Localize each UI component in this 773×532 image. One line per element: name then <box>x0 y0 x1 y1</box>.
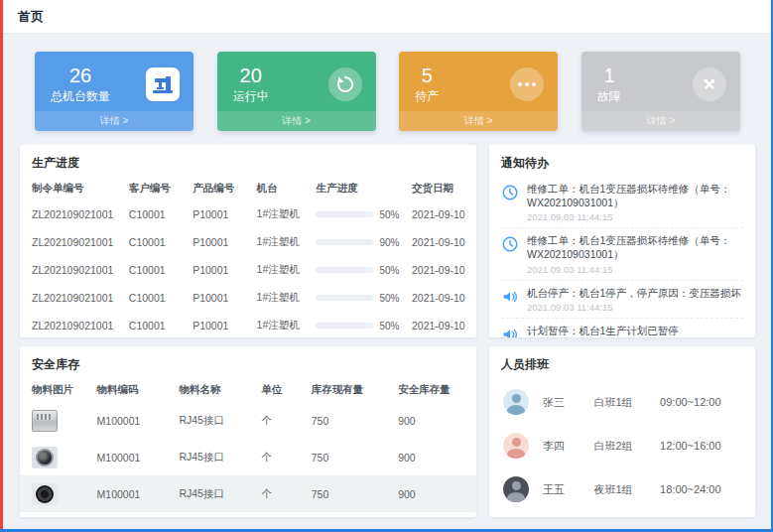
list-item: 李四 白班2组 12:00~16:00 <box>503 424 741 467</box>
table-row: M100001 RJ45接口 个 750 900 <box>20 439 476 475</box>
table-row: M100001 RJ45接口 个 750 900 <box>20 475 476 512</box>
staff-schedule-panel: 人员排班 张三 白班1组 09:00~12:00 李四 白班2组 12:00~1… <box>489 346 755 517</box>
progress-cell: 50% <box>312 312 408 337</box>
product-no-cell: P10001 <box>189 228 252 256</box>
main-grid: 生产进度 制令单编号 客户编号 产品编号 机台 生产进度 交货日期 <box>20 145 755 517</box>
delivery-date-cell: 2021-09-10 <box>408 312 476 337</box>
col-unit: 单位 <box>257 378 308 402</box>
notice-item-repair-1[interactable]: 维修工单：机台1变压器损坏待维修（单号：WX202109031001） 2021… <box>501 177 743 228</box>
rj45-connector-photo <box>32 410 58 432</box>
col-safety-stock: 安全库存量 <box>394 378 476 402</box>
customer-no-cell: C10001 <box>125 200 189 228</box>
notice-text: 维修工单：机台1变压器损坏待维修（单号：WX202109031001） <box>527 183 743 209</box>
progress-cell: 50% <box>312 284 408 312</box>
table-row: ZL202109021001 C10001 P10001 1#注塑机 50% 2… <box>20 284 476 312</box>
fault-detail-link[interactable]: 详情 > <box>581 111 740 131</box>
unit-cell: 个 <box>257 402 308 439</box>
notice-text: 机台停产：机台1停产，停产原因：变压器损坏 <box>527 287 741 301</box>
safety-stock-cell: 900 <box>394 475 476 512</box>
announcement-speaker-icon <box>501 326 519 337</box>
running-value: 20 <box>233 65 269 86</box>
stat-card-body: 5 待产 <box>399 52 558 111</box>
material-code-cell: M100001 <box>93 475 176 512</box>
notice-panel-title: 通知待办 <box>489 145 755 177</box>
safety-stock-cell: 900 <box>394 402 476 439</box>
notice-timestamp: 2021.09.03 11:44:15 <box>527 264 743 275</box>
staff-shift: 白班2组 <box>593 439 660 454</box>
machine-cell: 1#注塑机 <box>253 312 313 337</box>
col-order-no: 制令单编号 <box>20 177 125 200</box>
fault-value: 1 <box>597 65 621 86</box>
order-no-cell: ZL202109021001 <box>20 312 125 337</box>
delivery-date-cell: 2021-09-10 <box>408 256 476 284</box>
col-material-code: 物料编码 <box>93 378 176 402</box>
ellipsis-icon <box>510 67 544 101</box>
unit-cell: 个 <box>257 475 308 512</box>
col-current-stock: 库存现有量 <box>308 378 394 402</box>
table-row: M100001 RJ45接口 个 750 900 <box>20 402 476 439</box>
notice-item-machine-stop[interactable]: 机台停产：机台1停产，停产原因：变压器损坏 2021.09.03 11:44:1… <box>501 281 743 320</box>
total-machines-detail-link[interactable]: 详情 > <box>35 111 193 131</box>
notice-text: 维修工单：机台1变压器损坏待维修（单号：WX202109031001） <box>527 234 743 261</box>
progress-label: 50% <box>379 293 399 304</box>
round-connector-photo <box>32 447 58 468</box>
stat-card-waiting[interactable]: 5 待产 详情 > <box>399 52 558 131</box>
staff-shift: 夜班1组 <box>593 482 660 497</box>
unit-cell: 个 <box>257 439 308 475</box>
stat-card-fault[interactable]: 1 故障 详情 > <box>581 52 740 131</box>
avatar <box>503 433 529 459</box>
waiting-detail-link[interactable]: 详情 > <box>399 111 558 131</box>
col-product-no: 产品编号 <box>189 177 252 200</box>
product-no-cell: P10001 <box>189 284 252 312</box>
work-order-clock-icon <box>501 235 519 253</box>
production-header-row: 制令单编号 客户编号 产品编号 机台 生产进度 交货日期 <box>20 177 476 200</box>
running-label: 运行中 <box>233 88 269 105</box>
progress-bar <box>316 323 373 329</box>
notice-item-repair-2[interactable]: 维修工单：机台1变压器损坏待维修（单号：WX202109031001） 2021… <box>501 228 743 280</box>
notice-body: 计划暂停：机台1生产计划已暂停 2021.09.03 11:44:15 <box>527 325 679 337</box>
machine-cell: 1#注塑机 <box>253 200 313 228</box>
progress-cell: 50% <box>312 200 408 228</box>
running-detail-link[interactable]: 详情 > <box>217 111 376 131</box>
dashboard-content: 26 总机台数量 详情 > 20 运行中 <box>0 34 773 517</box>
progress-label: 50% <box>379 209 399 220</box>
stat-card-body: 26 总机台数量 <box>35 52 193 111</box>
progress-label: 50% <box>379 321 399 332</box>
staff-time: 09:00~12:00 <box>660 396 741 408</box>
production-panel-title: 生产进度 <box>20 145 476 177</box>
stock-table: 物料图片 物料编码 物料名称 单位 库存现有量 安全库存量 M100001 R <box>20 378 476 512</box>
stat-card-text: 5 待产 <box>415 65 439 105</box>
delivery-date-cell: 2021-09-10 <box>408 228 476 256</box>
stat-card-body: 20 运行中 <box>217 52 376 111</box>
notice-panel: 通知待办 维修工单：机台1变压器损坏待维修（单号：WX202109031001）… <box>489 145 755 337</box>
col-customer-no: 客户编号 <box>125 177 189 200</box>
staff-panel-title: 人员排班 <box>489 346 755 378</box>
material-code-cell: M100001 <box>93 402 176 439</box>
machine-cell: 1#注塑机 <box>253 228 313 256</box>
product-no-cell: P10001 <box>189 256 252 284</box>
material-image-cell <box>20 439 93 475</box>
current-stock-cell: 750 <box>308 439 394 475</box>
staff-name: 李四 <box>543 439 593 454</box>
total-machines-value: 26 <box>51 65 110 86</box>
production-table: 制令单编号 客户编号 产品编号 机台 生产进度 交货日期 ZL202109021… <box>20 177 476 337</box>
stat-card-running[interactable]: 20 运行中 详情 > <box>217 52 376 131</box>
stat-card-text: 26 总机台数量 <box>51 65 110 105</box>
staff-name: 王五 <box>543 482 593 497</box>
announcement-speaker-icon <box>501 288 519 306</box>
page-title: 首页 <box>18 8 44 26</box>
progress-cell: 90% <box>312 228 408 256</box>
col-material-name: 物料名称 <box>175 378 257 402</box>
staff-name: 张三 <box>543 395 593 410</box>
material-name-cell: RJ45接口 <box>175 475 257 512</box>
total-machines-label: 总机台数量 <box>51 88 110 105</box>
product-no-cell: P10001 <box>189 312 252 337</box>
notice-body: 维修工单：机台1变压器损坏待维修（单号：WX202109031001） 2021… <box>527 234 743 274</box>
progress-bar <box>316 295 373 301</box>
customer-no-cell: C10001 <box>125 284 189 312</box>
notice-item-plan-paused[interactable]: 计划暂停：机台1生产计划已暂停 2021.09.03 11:44:15 <box>501 319 743 337</box>
machine-icon <box>146 67 180 101</box>
stat-card-total-machines[interactable]: 26 总机台数量 详情 > <box>35 52 193 131</box>
table-row: ZL202109021001 C10001 P10001 1#注塑机 50% 2… <box>20 200 476 228</box>
running-refresh-icon <box>328 67 362 101</box>
